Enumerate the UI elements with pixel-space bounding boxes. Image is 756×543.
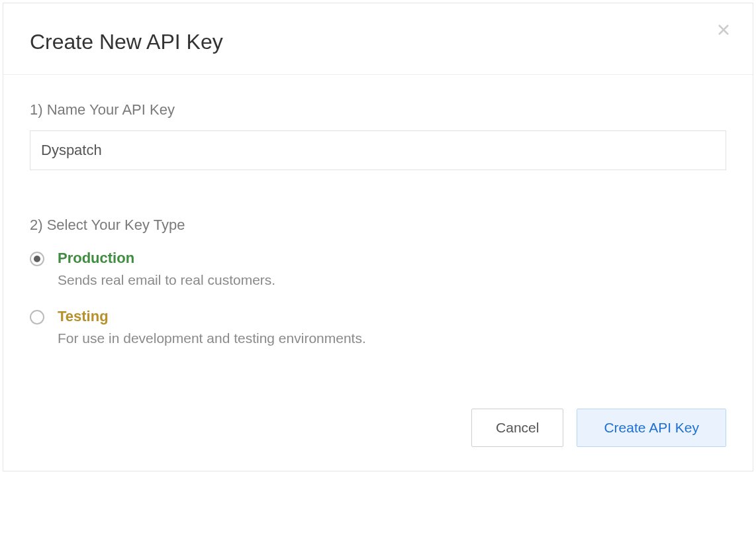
radio-title-testing: Testing (58, 308, 726, 325)
step-name-key: 1) Name Your API Key (30, 101, 726, 170)
modal-footer: Cancel Create API Key (3, 393, 753, 471)
radio-title-production: Production (58, 250, 726, 267)
modal-body: 1) Name Your API Key 2) Select Your Key … (3, 75, 753, 393)
cancel-button[interactable]: Cancel (471, 409, 563, 447)
step-select-type: 2) Select Your Key Type Production Sends… (30, 217, 726, 346)
api-key-name-input[interactable] (30, 130, 726, 170)
radio-control-production[interactable] (30, 252, 44, 266)
modal-title: Create New API Key (30, 30, 726, 54)
select-type-label: 2) Select Your Key Type (30, 217, 726, 234)
create-api-key-modal: Create New API Key 1) Name Your API Key … (3, 3, 753, 471)
modal-header: Create New API Key (3, 3, 753, 75)
close-icon[interactable] (716, 22, 732, 38)
name-key-label: 1) Name Your API Key (30, 101, 726, 119)
create-api-key-button[interactable]: Create API Key (577, 409, 726, 447)
radio-control-testing[interactable] (30, 310, 44, 324)
radio-desc-testing: For use in development and testing envir… (58, 330, 726, 346)
radio-desc-production: Sends real email to real customers. (58, 272, 726, 288)
radio-item-testing[interactable]: Testing For use in development and testi… (30, 308, 726, 346)
key-type-radio-group: Production Sends real email to real cust… (30, 250, 726, 346)
radio-item-production[interactable]: Production Sends real email to real cust… (30, 250, 726, 288)
